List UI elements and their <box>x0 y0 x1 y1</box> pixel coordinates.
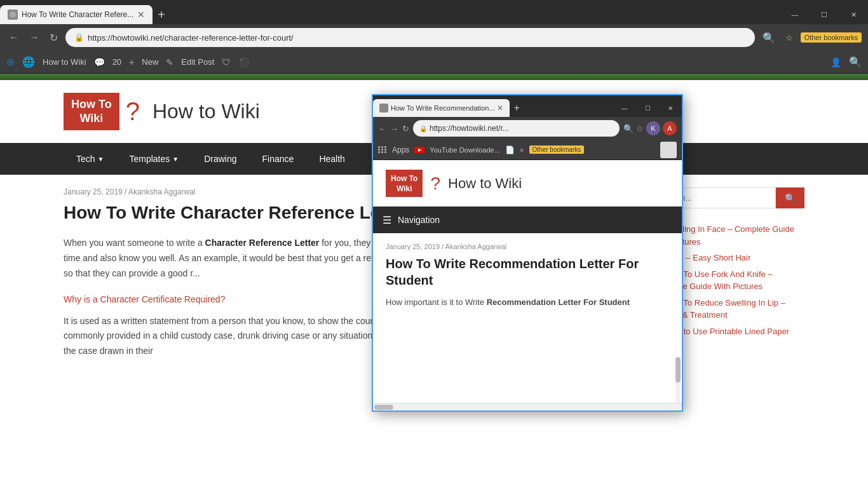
search-button[interactable]: 🔍 <box>776 187 804 208</box>
lock-icon: 🔒 <box>74 33 84 42</box>
popup-nav-text: Navigation <box>398 215 440 225</box>
logo-question-icon: ? <box>126 97 140 126</box>
search-toolbar-icon[interactable]: 🔍 <box>849 56 862 68</box>
popup-hscroll-thumb[interactable] <box>374 405 393 410</box>
site-logo: How ToWiki ? <box>64 93 140 130</box>
wordpress-icon[interactable]: ⊕ <box>6 56 15 68</box>
popup-logo-question: ? <box>430 173 440 194</box>
popup-forward-button[interactable]: → <box>390 124 398 133</box>
bookmark-star-icon[interactable]: ☆ <box>783 30 796 45</box>
popup-address-bar: ← → ↻ 🔒 https://howtowiki.net/r... 🔍 ☆ K… <box>373 117 682 140</box>
nav-tech[interactable]: Tech ▼ <box>64 143 116 175</box>
shield-icon[interactable]: 🛡 <box>222 57 231 67</box>
popup-profile-icon[interactable] <box>660 142 677 158</box>
popup-bookmark-icon[interactable]: 📄 <box>505 146 515 154</box>
nav-tech-arrow: ▼ <box>98 156 104 163</box>
logo-text: How ToWiki <box>71 98 112 125</box>
popup-url-input[interactable]: 🔒 https://howtowiki.net/r... <box>413 120 620 137</box>
popup-tab-title: How To Write Recommendation... <box>391 104 494 112</box>
howtowiki-icon[interactable]: 🌐 <box>22 56 35 68</box>
forward-button[interactable]: → <box>27 29 42 46</box>
nav-drawing[interactable]: Drawing <box>191 143 249 175</box>
popup-apps-icon[interactable] <box>378 146 387 153</box>
popup-address-actions: 🔍 ☆ K A <box>623 121 677 135</box>
popup-k-profile[interactable]: K <box>646 121 660 135</box>
nav-health[interactable]: Health <box>306 143 357 175</box>
profile-icon[interactable]: 👤 <box>831 57 841 67</box>
popup-scroll-thumb[interactable] <box>675 357 681 383</box>
comment-icon[interactable]: 💬 <box>94 57 105 67</box>
sidebar-link-5[interactable]: How to Use Printable Lined Paper <box>665 327 789 336</box>
popup-hscrollbar[interactable] <box>373 403 682 410</box>
popup-tab-favicon <box>379 104 388 112</box>
popup-article-date: January 25, 2019 <box>386 243 440 250</box>
other-bookmarks-button[interactable]: Other bookmarks <box>801 32 862 43</box>
pencil-icon[interactable]: ✎ <box>166 57 173 67</box>
svg-point-0 <box>10 11 16 18</box>
active-tab[interactable]: How To Write Character Refere... ✕ <box>0 5 153 24</box>
popup-article-title: How To Write Recommendation Letter For S… <box>386 255 669 288</box>
nav-finance[interactable]: Finance <box>250 143 307 175</box>
nav-templates-arrow: ▼ <box>172 156 179 163</box>
popup-refresh-button[interactable]: ↻ <box>402 124 409 133</box>
bookmarks-toolbar: ⊕ 🌐 How to Wiki 💬 20 + New ✎ Edit Post 🛡… <box>0 51 868 74</box>
popup-toolbar: Apps ▶ YouTube Downloade... 📄 » Other bo… <box>373 140 682 160</box>
popup-logo-text: How ToWiki <box>391 174 417 193</box>
url-input[interactable]: 🔒 https://howtowiki.net/character-refere… <box>65 28 755 47</box>
popup-yt-label[interactable]: YouTube Downloade... <box>430 146 500 154</box>
popup-active-tab[interactable]: How To Write Recommendation... ✕ <box>373 99 510 117</box>
popup-close-button[interactable]: ✕ <box>659 99 682 117</box>
popup-more-button[interactable]: » <box>520 146 524 154</box>
popup-article-intro: How important is it to Write Recommendat… <box>386 296 669 309</box>
popup-article-author: Akanksha Aggarwal <box>445 243 507 250</box>
popup-site-title: How to Wiki <box>448 175 522 192</box>
popup-window-controls: — ☐ ✕ <box>613 99 682 117</box>
popup-a-profile[interactable]: A <box>663 121 677 135</box>
popup-back-button[interactable]: ← <box>378 124 386 133</box>
popup-tab-close[interactable]: ✕ <box>497 104 503 112</box>
popup-nav[interactable]: ☰ Navigation <box>373 207 682 233</box>
popup-intro-bold: Recommendation Letter For Student <box>487 297 630 307</box>
maximize-button[interactable]: ☐ <box>810 5 839 24</box>
popup-content: How ToWiki ? How to Wiki ☰ Navigation Ja… <box>373 160 682 403</box>
popup-other-bookmarks[interactable]: Other bookmarks <box>529 146 585 154</box>
howtowiki-label[interactable]: How to Wiki <box>43 57 86 67</box>
popup-new-tab-button[interactable]: + <box>510 102 523 114</box>
popup-star-icon[interactable]: ☆ <box>636 124 644 133</box>
browser-chrome: How To Write Character Refere... ✕ + — ☐… <box>0 0 868 74</box>
popup-apps-label[interactable]: Apps <box>392 146 409 154</box>
edit-post-label[interactable]: Edit Post <box>181 57 214 67</box>
popup-article: January 25, 2019 / Akanksha Aggarwal How… <box>373 233 682 319</box>
address-bar: ← → ↻ 🔒 https://howtowiki.net/character-… <box>0 24 868 51</box>
popup-youtube-icon[interactable]: ▶ <box>414 147 424 153</box>
new-label[interactable]: New <box>142 57 158 67</box>
dot-icon[interactable]: ⚫ <box>238 57 249 67</box>
popup-logo-box: How ToWiki <box>386 170 423 197</box>
popup-site-header: How ToWiki ? How to Wiki <box>373 160 682 207</box>
article-date: January 25, 2019 <box>64 187 123 196</box>
intro-text-1: When you want someone to write a <box>64 238 205 248</box>
new-tab-button[interactable]: + <box>153 8 170 22</box>
article-author[interactable]: Akanksha Aggarwal <box>128 187 195 196</box>
new-post-icon[interactable]: + <box>129 57 134 67</box>
search-icon[interactable]: 🔍 <box>760 29 778 46</box>
refresh-button[interactable]: ↻ <box>47 29 60 46</box>
hero-image <box>0 74 868 80</box>
tab-title: How To Write Character Refere... <box>22 10 133 19</box>
popup-search-icon[interactable]: 🔍 <box>623 124 634 133</box>
tab-close-button[interactable]: ✕ <box>137 10 145 20</box>
hamburger-icon[interactable]: ☰ <box>383 214 391 226</box>
back-button[interactable]: ← <box>6 29 22 46</box>
logo-box: How ToWiki <box>64 93 119 130</box>
tab-favicon <box>8 10 18 20</box>
popup-maximize-button[interactable]: ☐ <box>636 99 659 117</box>
minimize-button[interactable]: — <box>780 5 810 24</box>
close-button[interactable]: ✕ <box>839 5 868 24</box>
popup-url-text: https://howtowiki.net/r... <box>430 124 509 133</box>
nav-templates[interactable]: Templates ▼ <box>116 143 191 175</box>
popup-minimize-button[interactable]: — <box>613 99 636 117</box>
popup-lock-icon: 🔒 <box>419 125 427 132</box>
comment-count: 20 <box>112 57 121 67</box>
tab-bar: How To Write Character Refere... ✕ + — ☐… <box>0 0 868 24</box>
popup-scrollbar[interactable] <box>675 357 681 403</box>
